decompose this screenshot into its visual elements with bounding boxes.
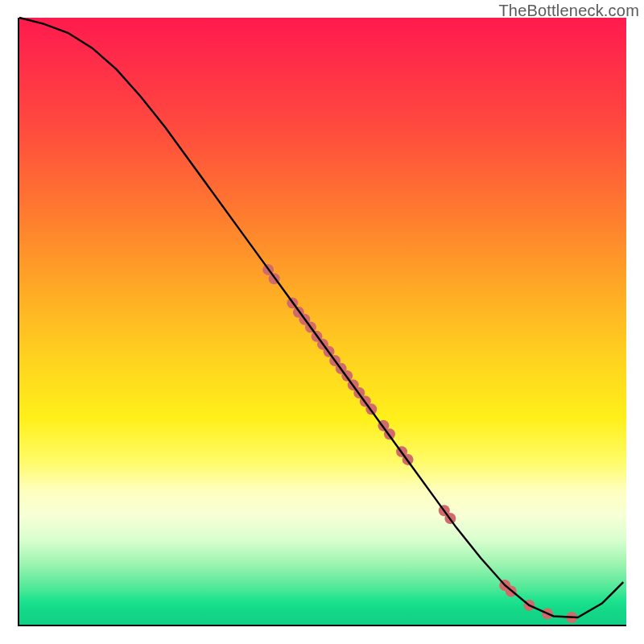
bottleneck-curve (19, 18, 623, 617)
chart-svg (19, 18, 626, 625)
plot-area (18, 18, 626, 626)
chart-container: TheBottleneck.com (0, 0, 644, 644)
scatter-group (262, 264, 577, 623)
